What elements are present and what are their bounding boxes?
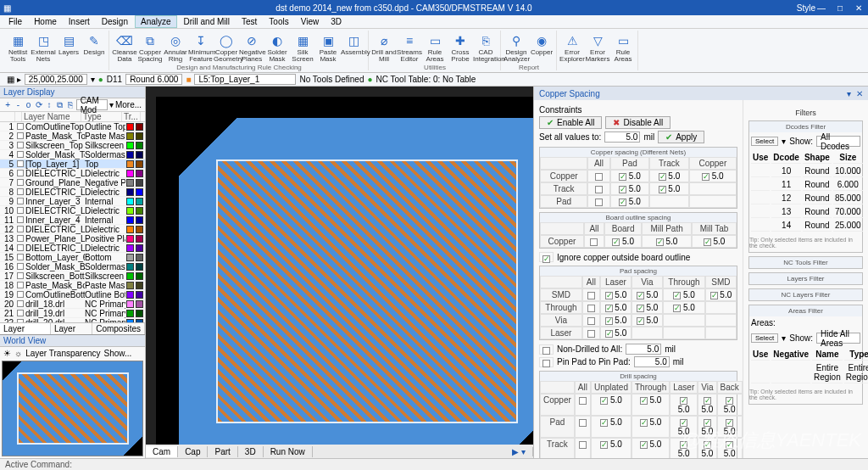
layer-tab[interactable]: Composites	[92, 323, 145, 334]
ribbon-annular-ring[interactable]: ◎Annular Ring	[164, 31, 187, 63]
menu-insert[interactable]: Insert	[64, 16, 95, 27]
ribbon-solder-mask[interactable]: ◐Solder Mask	[265, 31, 289, 63]
ribbon-cross-probe[interactable]: ✚Cross Probe	[448, 31, 472, 63]
menu-drill-and-mill[interactable]: Drill and Mill	[179, 16, 235, 27]
ribbon-copper-spacing[interactable]: ⧉Copper Spacing	[138, 31, 162, 63]
ribbon-error-explorer[interactable]: ⚠Error Explorer	[560, 31, 584, 70]
menu-file[interactable]: File	[3, 16, 27, 27]
table-row[interactable]: 13Round70.000	[751, 206, 863, 218]
menu-test[interactable]: Test	[236, 16, 262, 27]
table-row[interactable]: 10Round10.000	[751, 165, 863, 177]
ribbon-streams-editor[interactable]: ≡Streams Editor	[398, 31, 421, 63]
layer-row[interactable]: 4Solder_Mask_TopSoldermask	[0, 150, 145, 159]
maximize-button[interactable]: □	[834, 3, 846, 13]
layer-row[interactable]: 15Bottom_Layer_6Bottom	[0, 253, 145, 262]
layer-row[interactable]: 20drill_18.drlNC Primary	[0, 299, 145, 309]
layer-row[interactable]: 8DIELECTRIC_LAYEDielectric	[0, 187, 145, 197]
ribbon-assembly[interactable]: ◫Assembly	[342, 31, 365, 63]
run-now-button[interactable]: ▶ ▾	[505, 447, 533, 456]
ribbon-external-nets[interactable]: ◳External Nets	[31, 31, 55, 70]
dcode-field[interactable]: Round 6.000	[125, 74, 182, 85]
ribbon-layers[interactable]: ▤Layers	[57, 31, 81, 70]
layer-tab[interactable]: Layer Display	[0, 323, 51, 334]
nd-input[interactable]	[626, 344, 661, 355]
ribbon-copper[interactable]: ◉Copper	[530, 31, 554, 63]
menu-3d[interactable]: 3D	[326, 16, 347, 27]
ribbon-negative-planes[interactable]: ⊘Negative Planes	[240, 31, 264, 63]
menu-analyze[interactable]: Analyze	[135, 15, 177, 28]
table-row[interactable]: 14Round25.000	[751, 220, 863, 232]
canvas-tab-cam[interactable]: Cam	[146, 446, 178, 457]
set-all-value-input[interactable]	[604, 131, 640, 143]
ribbon-error-markers[interactable]: ▽Error Markers	[586, 31, 609, 70]
layer-tab[interactable]: Layer Sets	[51, 323, 92, 334]
areas-show-field[interactable]: Hide All Areas	[816, 333, 860, 344]
main-canvas[interactable]	[156, 97, 533, 445]
layer-row[interactable]: 19ComOutlineBottomOutline Bottom	[0, 290, 145, 299]
world-view-canvas[interactable]	[2, 361, 143, 456]
layer-tb-btn[interactable]: ↕	[45, 100, 53, 110]
ribbon-drill-and-mill[interactable]: ⌀Drill and Mill	[372, 31, 396, 63]
pin-icon[interactable]: ▾	[847, 89, 851, 98]
disable-all-button[interactable]: ✖Disable All	[605, 116, 670, 129]
layer-row[interactable]: 5[Top_Layer_1]Top	[0, 159, 145, 169]
ribbon-rule-areas[interactable]: ▭Rule Areas	[423, 31, 447, 63]
layer-row[interactable]: 14DIELECTRIC_LAYEDielectric	[0, 243, 145, 253]
enable-all-button[interactable]: ✔Enable All	[539, 116, 602, 129]
cam-mode-dropdown[interactable]: CAM Mod	[76, 99, 108, 110]
layer-row[interactable]: 9Inner_Layer_3Internal	[0, 197, 145, 206]
layer-tb-btn[interactable]: o	[24, 100, 32, 110]
layer-row[interactable]: 21drill_19.drlNC Primary	[0, 309, 145, 318]
wv-tool-icon[interactable]: ☀	[3, 349, 11, 358]
layer-row[interactable]: 3Silkscreen_TopSilkscreen T	[0, 141, 145, 150]
ribbon-design[interactable]: ✎Design	[82, 31, 106, 70]
show-dropdown[interactable]: Show...	[104, 349, 132, 358]
canvas-tab-3d[interactable]: 3D	[238, 446, 264, 457]
layer-row[interactable]: 6DIELECTRIC_LAYEDielectric	[0, 169, 145, 178]
pp-input[interactable]	[634, 356, 670, 367]
menu-tools[interactable]: Tools	[264, 16, 293, 27]
layer-row[interactable]: 12DIELECTRIC_LAYEDielectric	[0, 225, 145, 234]
ribbon-design-analyzer[interactable]: ⚲Design Analyzer	[504, 31, 528, 63]
ribbon-silk-screen[interactable]: ▦Silk Screen	[291, 31, 314, 63]
coord-field[interactable]: 25,000,25.000	[25, 74, 87, 85]
table-row[interactable]: Entire RegionEntire Region	[751, 362, 868, 383]
layer-tb-btn[interactable]: ⎘	[65, 100, 74, 110]
layer-list[interactable]: 1ComOutlineTopOutline Top2Paste_Mask_Top…	[0, 122, 145, 322]
ribbon-rule-areas[interactable]: ▭Rule Areas	[611, 31, 635, 70]
menu-view[interactable]: View	[296, 16, 325, 27]
layer-row[interactable]: 10DIELECTRIC_LAYEDielectric	[0, 206, 145, 215]
layer-row[interactable]: 16Solder_Mask_BottomSoldermask	[0, 262, 145, 271]
layer-row[interactable]: 2Paste_Mask_TopPaste Mask	[0, 131, 145, 141]
canvas-tab-cap[interactable]: Cap	[178, 446, 208, 457]
layer-field[interactable]: L5:Top_Layer_1	[194, 74, 296, 85]
dcodes-show-field[interactable]: All Dcodes	[816, 136, 860, 147]
layer-tb-btn[interactable]: -	[14, 100, 22, 110]
ribbon-copper-geometry[interactable]: ◯Copper Geometry	[214, 31, 238, 63]
menu-design[interactable]: Design	[97, 16, 133, 27]
areas-select-dropdown[interactable]: Select	[751, 333, 778, 343]
menu-home[interactable]: Home	[29, 16, 62, 27]
layer-transparency[interactable]: Layer Transparency	[25, 349, 100, 358]
layer-row[interactable]: 17Silkscreen_BottomSilkscreen B	[0, 271, 145, 281]
layer-row[interactable]: 1ComOutlineTopOutline Top	[0, 122, 145, 131]
more-button[interactable]: More...	[115, 100, 142, 109]
style-dropdown[interactable]: Style	[797, 3, 815, 13]
ribbon-minimum-feature[interactable]: ↧Minimum Feature	[189, 31, 213, 63]
table-row[interactable]: 11Round6.000	[751, 179, 863, 191]
panel-close-icon[interactable]: ✕	[856, 89, 863, 98]
select-dropdown[interactable]: Select	[751, 137, 778, 146]
layer-tb-btn[interactable]: ⧉	[55, 100, 64, 110]
ribbon-cad-integration[interactable]: ⎘CAD Integration	[474, 31, 498, 63]
layer-tb-btn[interactable]: +	[3, 100, 12, 110]
wv-tool-icon[interactable]: ☼	[14, 349, 22, 358]
layer-row[interactable]: 18Paste_Mask_BottomPaste Mask	[0, 281, 145, 290]
layer-tb-btn[interactable]: ⟳	[35, 100, 43, 110]
close-button[interactable]: ✕	[853, 3, 865, 13]
canvas-tab-part[interactable]: Part	[208, 446, 237, 457]
layer-row[interactable]: 13Power_Plane_Laye_5Positive Plane	[0, 234, 145, 243]
layer-row[interactable]: 11Inner_Layer_4Internal	[0, 215, 145, 225]
ribbon-cleanse-data[interactable]: ⌫Cleanse Data	[113, 31, 136, 63]
ribbon-paste-mask[interactable]: ▣Paste Mask	[316, 31, 340, 63]
layer-row[interactable]: 7Ground_Plane_LayNegative Pla	[0, 178, 145, 187]
